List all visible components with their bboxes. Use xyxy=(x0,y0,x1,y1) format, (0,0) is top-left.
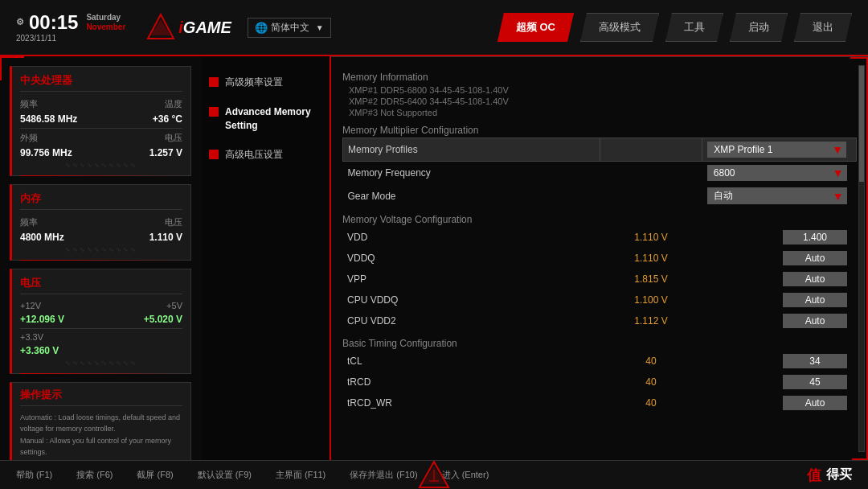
profiles-label: Memory Profiles xyxy=(343,138,600,162)
profiles-input[interactable]: XMP Profile 1 ▼ xyxy=(702,138,857,162)
table-row-profiles[interactable]: Memory Profiles XMP Profile 1 ▼ xyxy=(343,138,857,162)
vdd-input[interactable]: 1.400 xyxy=(702,227,857,248)
mem-freq-label: 频率 xyxy=(20,216,38,228)
nav-exit-button[interactable]: 退出 xyxy=(794,13,852,42)
cpuvdd2-current: 1.112 V xyxy=(600,310,702,331)
vddq-field[interactable]: Auto xyxy=(783,251,847,265)
gear-dropdown[interactable]: 自动 ▼ xyxy=(707,187,847,204)
vdd-field[interactable]: 1.400 xyxy=(783,230,847,244)
vddq-field-value: Auto xyxy=(805,253,825,264)
tcl-current: 40 xyxy=(600,351,702,372)
cpuvdd2-input[interactable]: Auto xyxy=(702,310,857,331)
mem-card-title: 内存 xyxy=(20,191,182,210)
vddq-label: VDDQ xyxy=(342,248,600,269)
timing-section-header: Basic Timing Configuration xyxy=(342,335,857,351)
gear-label: Gear Mode xyxy=(343,184,600,208)
trcd-input[interactable]: 45 xyxy=(702,372,857,392)
volt-5v-label: +5V xyxy=(166,301,182,310)
watermark-sub: 得买 xyxy=(826,466,852,483)
nav-dot-icon xyxy=(209,77,219,87)
clock-time-value: 00:15 xyxy=(29,13,78,32)
watermark-section: 值 得买 xyxy=(807,466,852,485)
table-row-gear[interactable]: Gear Mode 自动 ▼ xyxy=(343,184,857,208)
timing-config-table: tCL 40 34 tRCD 40 45 tRCD_WR xyxy=(342,351,857,413)
nav-freq-label: 高级频率设置 xyxy=(225,76,283,89)
vddq-input[interactable]: Auto xyxy=(702,248,857,269)
trcdwr-input[interactable]: Auto xyxy=(702,392,857,413)
profiles-dropdown[interactable]: XMP Profile 1 ▼ xyxy=(707,142,846,158)
volt-card-title: 电压 xyxy=(20,276,182,294)
nav-item-freq[interactable]: 高级频率设置 xyxy=(209,72,321,92)
watermark-text: 值 xyxy=(807,466,821,485)
nav-oc-button[interactable]: 超频 OC xyxy=(497,13,574,42)
vdd-field-value: 1.400 xyxy=(803,232,827,243)
table-row-vpp[interactable]: VPP 1.815 V Auto xyxy=(342,269,857,290)
mem-volt-value: 1.110 V xyxy=(149,232,182,243)
bottom-bar: 帮助 (F1) 搜索 (F6) 截屏 (F8) 默认设置 (F9) 主界面 (F… xyxy=(0,460,868,489)
clock-year: 2023/11/11 xyxy=(16,34,56,43)
table-row-trcdwr[interactable]: tRCD_WR 40 Auto xyxy=(342,392,857,413)
cpuvddq-field-value: Auto xyxy=(805,294,825,306)
table-row-trcd[interactable]: tRCD 40 45 xyxy=(342,372,857,392)
hint-main-text: 主界面 (F11) xyxy=(276,470,326,479)
trcdwr-field[interactable]: Auto xyxy=(783,396,847,410)
mem-freq-value: 4800 MHz xyxy=(20,232,64,243)
hint-default: 默认设置 (F9) xyxy=(198,469,252,481)
help-text-1: Automatic : Load loose timings, default … xyxy=(20,413,182,434)
vdd-label: VDD xyxy=(342,227,600,248)
clock-month: November xyxy=(86,23,125,32)
voltage-config-table: VDD 1.110 V 1.400 VDDQ 1.110 V Auto xyxy=(342,227,857,331)
language-selector[interactable]: 🌐 简体中文 ▼ xyxy=(248,18,331,38)
table-row-vdd[interactable]: VDD 1.110 V 1.400 xyxy=(342,227,857,248)
cpu-freq-value: 5486.58 MHz xyxy=(20,113,77,125)
vddq-current: 1.110 V xyxy=(600,248,702,269)
cpu-temp-label: 温度 xyxy=(165,98,182,110)
bottom-hints: 帮助 (F1) 搜索 (F6) 截屏 (F8) 默认设置 (F9) 主界面 (F… xyxy=(16,469,807,481)
clock-section: ⚙ 00:15 Saturday November 2023/11/11 xyxy=(16,13,125,43)
tcl-field[interactable]: 34 xyxy=(783,354,847,368)
voltage-section-header: Memory Voltage Configuration xyxy=(342,211,857,227)
nav-item-voltage[interactable]: 高级电压设置 xyxy=(209,145,321,165)
nav-item-memory[interactable]: Advanced Memory Setting xyxy=(209,102,321,136)
nav-dot-icon-3 xyxy=(209,150,219,159)
scrollbar-thumb[interactable] xyxy=(859,66,864,182)
table-row-vddq[interactable]: VDDQ 1.110 V Auto xyxy=(342,248,857,269)
brand-logo-icon xyxy=(146,13,175,42)
voltage-info-card: 电压 +12V +5V +12.096 V +5.020 V +3.3V +3.… xyxy=(10,269,191,374)
right-panel: Memory Information XMP#1 DDR5-6800 34-45… xyxy=(330,56,868,460)
trcd-label: tRCD xyxy=(342,372,600,392)
tcl-label: tCL xyxy=(342,351,600,372)
table-row-cpuvdd2[interactable]: CPU VDD2 1.112 V Auto xyxy=(342,310,857,331)
trcd-field[interactable]: 45 xyxy=(783,375,847,389)
gear-input[interactable]: 自动 ▼ xyxy=(702,184,857,208)
freq-input[interactable]: 6800 ▼ xyxy=(702,162,857,185)
clock-day: Saturday xyxy=(86,13,125,23)
hint-save-text: 保存并退出 (F10) xyxy=(350,470,417,479)
cpu-card-title: 中央处理器 xyxy=(20,73,182,92)
hint-default-text: 默认设置 (F9) xyxy=(198,470,252,479)
nav-advanced-button[interactable]: 高级模式 xyxy=(580,13,659,42)
hint-screenshot-text: 截屏 (F8) xyxy=(137,470,173,479)
cpuvddq-input[interactable]: Auto xyxy=(702,290,857,310)
bottom-triangle-icon xyxy=(418,460,450,489)
volt-12v-value: +12.096 V xyxy=(20,314,64,325)
vpp-field[interactable]: Auto xyxy=(783,272,847,286)
freq-dropdown-value: 6800 xyxy=(714,167,735,179)
tcl-input[interactable]: 34 xyxy=(702,351,857,372)
table-row-tcl[interactable]: tCL 40 34 xyxy=(342,351,857,372)
hint-screenshot: 截屏 (F8) xyxy=(137,469,173,481)
nav-memory-label: Advanced Memory Setting xyxy=(225,105,321,133)
wave-decoration-3: ∿∿∿∿∿∿∿∿∿∿ xyxy=(20,360,182,367)
freq-current xyxy=(600,162,702,185)
table-row-cpuvddq[interactable]: CPU VDDQ 1.100 V Auto xyxy=(342,290,857,310)
scrollbar-track[interactable] xyxy=(858,65,865,452)
vpp-input[interactable]: Auto xyxy=(702,269,857,290)
cpuvdd2-field[interactable]: Auto xyxy=(783,314,847,328)
freq-dropdown[interactable]: 6800 ▼ xyxy=(707,165,847,181)
nav-boot-button[interactable]: 启动 xyxy=(730,13,788,42)
ops-title: 操作提示 xyxy=(20,388,182,406)
nav-tools-button[interactable]: 工具 xyxy=(665,13,723,42)
volt-5v-value: +5.020 V xyxy=(144,314,182,325)
table-row-frequency[interactable]: Memory Frequency 6800 ▼ xyxy=(343,162,857,185)
cpuvddq-field[interactable]: Auto xyxy=(783,293,847,307)
